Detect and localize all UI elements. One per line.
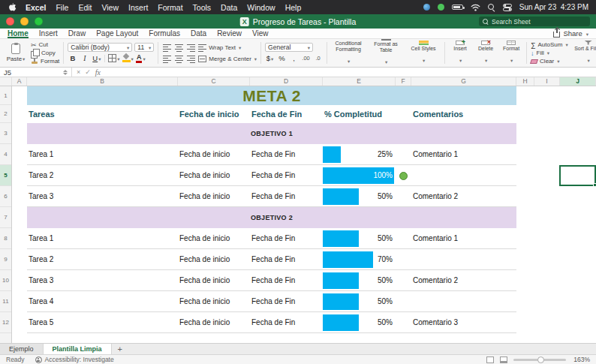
cut-button[interactable]: Cut: [31, 41, 59, 49]
row-header-2[interactable]: 2: [0, 105, 11, 123]
merge-center-button[interactable]: Merge & Center: [198, 56, 257, 62]
cell-fin[interactable]: Fecha de Fin: [251, 270, 295, 291]
percent-style-button[interactable]: %: [277, 53, 287, 63]
menu-excel[interactable]: Excel: [26, 3, 46, 12]
tab-insert[interactable]: Insert: [39, 29, 58, 38]
cell-tarea[interactable]: Tarea 2: [29, 165, 53, 186]
minimize-window-button[interactable]: [20, 17, 29, 26]
cell-pct[interactable]: 50%: [323, 270, 393, 291]
menu-insert[interactable]: Insert: [128, 3, 148, 12]
insert-cells-button[interactable]: Insert: [449, 41, 471, 65]
align-right-button[interactable]: [186, 43, 196, 53]
cell-pct[interactable]: 50%: [323, 228, 393, 249]
align-bottom-button[interactable]: [186, 54, 196, 64]
cell-comentario[interactable]: Comentario 2: [413, 270, 458, 291]
cancel-entry-icon[interactable]: ×: [77, 68, 80, 76]
column-header-c[interactable]: C: [178, 77, 250, 86]
tab-page-layout[interactable]: Page Layout: [96, 29, 138, 38]
autosum-button[interactable]: ∑AutoSum: [531, 41, 568, 49]
menu-view[interactable]: View: [101, 3, 119, 12]
cell-inicio[interactable]: Fecha de inicio: [179, 249, 230, 270]
number-format-select[interactable]: General: [265, 43, 313, 52]
align-top-button[interactable]: [162, 54, 172, 64]
comma-style-button[interactable]: ,: [289, 53, 299, 63]
row-header-4[interactable]: 4: [0, 144, 11, 165]
cell-tarea[interactable]: Tarea 4: [29, 291, 53, 312]
page-layout-view-button[interactable]: [500, 356, 507, 363]
fill-handle[interactable]: [593, 183, 596, 187]
column-title-tareas[interactable]: Tareas: [29, 105, 55, 123]
zoom-slider-knob[interactable]: [537, 356, 544, 363]
tab-draw[interactable]: Draw: [68, 29, 86, 38]
clear-button[interactable]: Clear: [531, 58, 568, 65]
column-header-i[interactable]: I: [534, 77, 560, 86]
menu-format[interactable]: Format: [158, 3, 182, 12]
column-header-f[interactable]: F: [396, 77, 411, 86]
zoom-window-button[interactable]: [35, 17, 43, 26]
accessibility-status[interactable]: Accessibility: Investigate: [35, 356, 114, 363]
menu-data[interactable]: Data: [221, 3, 237, 12]
row-header-3[interactable]: 3: [0, 123, 11, 144]
control-center-icon[interactable]: [503, 4, 512, 11]
align-center-button[interactable]: [174, 43, 184, 53]
tab-review[interactable]: Review: [217, 29, 242, 38]
decrease-decimal-button[interactable]: .0: [313, 53, 323, 63]
cell-pct[interactable]: 50%: [323, 186, 393, 207]
font-name-select[interactable]: Calibri (Body): [68, 43, 132, 52]
align-left-button[interactable]: [162, 43, 172, 53]
sheet-grid[interactable]: META 2TareasFecha de inicioFecha de Fin%…: [0, 86, 596, 343]
menu-edit[interactable]: Edit: [78, 3, 92, 12]
menu-file[interactable]: File: [56, 3, 68, 12]
menubar-app-icon-green[interactable]: [438, 4, 444, 11]
insert-function-icon[interactable]: fx: [95, 68, 101, 77]
cell-tarea[interactable]: Tarea 3: [29, 186, 53, 207]
fill-button[interactable]: ↓Fill: [531, 50, 568, 57]
cell-fin[interactable]: Fecha de Fin: [251, 312, 295, 333]
cell-comentario[interactable]: Comentario 1: [413, 228, 458, 249]
menu-window[interactable]: Window: [247, 3, 275, 12]
normal-view-button[interactable]: [486, 356, 494, 363]
cell-tarea[interactable]: Tarea 1: [29, 228, 53, 249]
apple-menu-icon[interactable]: [8, 2, 17, 12]
column-title-comentarios[interactable]: Comentarios: [413, 105, 463, 123]
row-header-9[interactable]: 9: [0, 249, 11, 270]
cell-fin[interactable]: Fecha de Fin: [251, 144, 295, 165]
copy-button[interactable]: Copy: [31, 50, 59, 57]
cell-fin[interactable]: Fecha de Fin: [251, 186, 295, 207]
underline-button[interactable]: U: [92, 53, 101, 63]
format-painter-button[interactable]: Format: [31, 58, 59, 65]
bold-button[interactable]: B: [68, 53, 77, 63]
cell-tarea[interactable]: Tarea 5: [29, 312, 53, 333]
menu-help[interactable]: Help: [285, 3, 302, 12]
cell-comentario[interactable]: Comentario 1: [413, 144, 458, 165]
increase-decimal-button[interactable]: .00: [301, 53, 311, 63]
cell-pct[interactable]: 100%: [323, 165, 393, 186]
cell-inicio[interactable]: Fecha de inicio: [179, 312, 230, 333]
section-band[interactable]: OBJETIVO 2: [27, 207, 516, 228]
row-header-11[interactable]: 11: [0, 291, 11, 312]
column-header-d[interactable]: D: [250, 77, 323, 86]
sheet-tab-plantilla-limpia[interactable]: Plantilla Limpia: [44, 344, 112, 354]
cell-fin[interactable]: Fecha de Fin: [251, 249, 295, 270]
zoom-level[interactable]: 163%: [572, 356, 590, 363]
menubar-app-icon-blue[interactable]: [423, 4, 430, 11]
cell-pct[interactable]: 50%: [323, 291, 393, 312]
close-window-button[interactable]: [6, 17, 14, 26]
share-button[interactable]: Share: [553, 29, 588, 38]
cell-fin[interactable]: Fecha de Fin: [251, 165, 295, 186]
column-title-inicio[interactable]: Fecha de inicio: [179, 105, 239, 123]
row-header-1[interactable]: 1: [0, 86, 11, 105]
menu-tools[interactable]: Tools: [193, 3, 212, 12]
row-header-5[interactable]: 5: [0, 165, 11, 186]
tab-home[interactable]: Home: [8, 29, 29, 38]
cell-inicio[interactable]: Fecha de inicio: [179, 228, 230, 249]
row-header-10[interactable]: 10: [0, 270, 11, 291]
column-header-a[interactable]: A: [12, 77, 27, 86]
cell-comentario[interactable]: Comentario 3: [413, 312, 458, 333]
row-header-7[interactable]: 7: [0, 207, 11, 228]
tab-view[interactable]: View: [252, 29, 269, 38]
tab-data[interactable]: Data: [191, 29, 206, 38]
delete-cells-button[interactable]: Delete: [474, 41, 497, 65]
cell-tarea[interactable]: Tarea 3: [29, 270, 53, 291]
search-sheet-input[interactable]: Search Sheet: [479, 17, 590, 26]
